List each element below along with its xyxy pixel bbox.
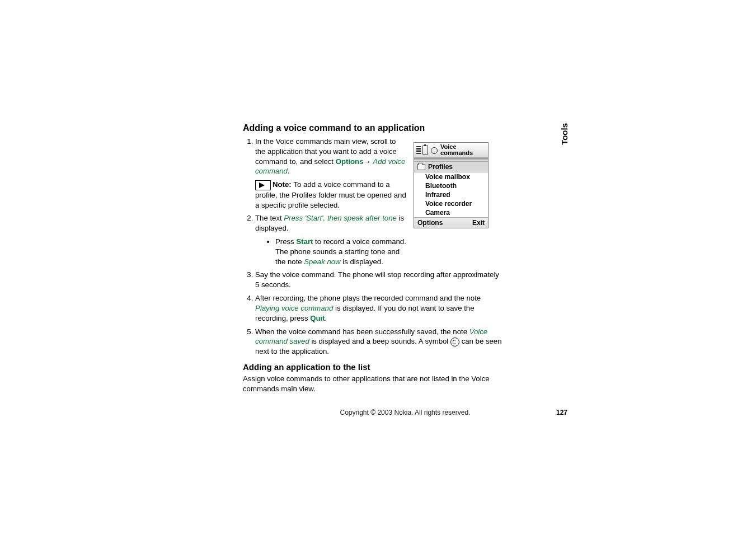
step-2-text-a: The text [255, 214, 284, 222]
sshot-item-camera[interactable]: Camera [414, 208, 488, 217]
step-1: In the Voice commands main view, scroll … [255, 137, 406, 210]
copyright-text: Copyright © 2003 Nokia. All rights reser… [265, 409, 545, 416]
sshot-category-label: Profiles [428, 163, 453, 171]
voice-command-symbol-icon [450, 338, 459, 346]
speak-now-keyword: Speak now [304, 257, 340, 266]
step-5: When the voice command has been successf… [255, 327, 504, 357]
sshot-softkey-row: Options Exit [414, 217, 488, 228]
note-arrow-icon [255, 180, 271, 190]
softkey-exit[interactable]: Exit [472, 219, 485, 227]
heading-add-application: Adding an application to the list [243, 362, 567, 372]
s4-pre: After recording, the phone plays the rec… [255, 294, 481, 302]
start-keyword: Start [296, 237, 313, 246]
voice-commands-app-icon [430, 146, 439, 154]
softkey-options[interactable]: Options [417, 219, 443, 227]
page-content: Adding a voice command to an application… [243, 123, 567, 397]
steps-list: In the Voice commands main view, scroll … [243, 137, 567, 266]
b-post: is displayed. [341, 257, 383, 266]
note-block: Note: To add a voice command to a profil… [255, 180, 406, 210]
quit-keyword: Quit [310, 314, 325, 322]
sshot-item-infrared[interactable]: Infrared [414, 190, 488, 199]
para-add-application: Assign voice commands to other applicati… [243, 374, 492, 394]
step-2: The text Press 'Start', then speak after… [255, 213, 406, 266]
folder-icon [417, 164, 425, 170]
sshot-item-voice-recorder[interactable]: Voice recorder [414, 199, 488, 208]
sshot-item-voice-mailbox[interactable]: Voice mailbox [414, 172, 488, 181]
step-2-sublist: Press Start to record a voice command. T… [255, 237, 406, 266]
arrow-icon: → [364, 157, 373, 166]
sshot-title: Voice commands [440, 144, 473, 156]
press-start-msg: Press 'Start', then speak after tone [284, 214, 397, 222]
step-2-bullet: Press Start to record a voice command. T… [275, 237, 406, 266]
options-keyword: Options [336, 157, 364, 166]
signal-icon [416, 146, 421, 154]
step-1-text-b: . [288, 167, 290, 175]
page-footer: Copyright © 2003 Nokia. All rights reser… [243, 409, 567, 416]
b-pre: Press [275, 237, 296, 246]
s5-mid: is displayed and a beep sounds. A symbol [309, 337, 450, 345]
s5-pre: When the voice command has been successf… [255, 327, 469, 336]
battery-icon [422, 146, 428, 154]
s4-post: . [325, 314, 327, 322]
step-3: Say the voice command. The phone will st… [255, 270, 504, 290]
sshot-item-bluetooth[interactable]: Bluetooth [414, 181, 488, 190]
page-number: 127 [545, 409, 567, 416]
steps-list-cont: Say the voice command. The phone will st… [243, 270, 504, 357]
phone-screenshot: Voice commands Profiles Voice mailbox Bl… [414, 142, 489, 228]
heading-add-voice-command: Adding a voice command to an application [243, 123, 567, 133]
sshot-title-2: commands [440, 150, 473, 156]
step-4: After recording, the phone plays the rec… [255, 293, 504, 323]
sshot-category-profiles[interactable]: Profiles [414, 161, 488, 172]
sshot-statusbar: Voice commands [414, 143, 488, 158]
note-label: Note: [273, 180, 293, 189]
playing-keyword: Playing voice command [255, 304, 333, 312]
